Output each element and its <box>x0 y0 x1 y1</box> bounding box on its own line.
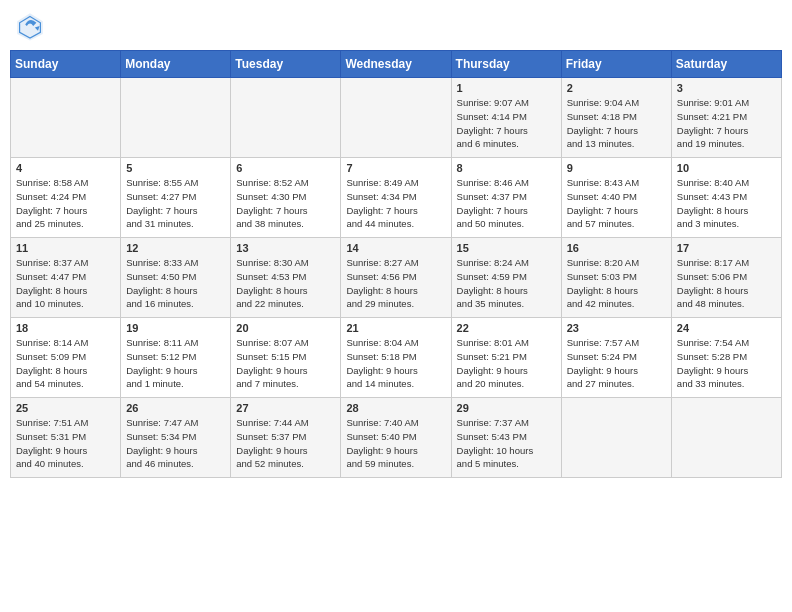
day-cell: 10Sunrise: 8:40 AM Sunset: 4:43 PM Dayli… <box>671 158 781 238</box>
day-info: Sunrise: 8:24 AM Sunset: 4:59 PM Dayligh… <box>457 256 556 311</box>
day-cell: 12Sunrise: 8:33 AM Sunset: 4:50 PM Dayli… <box>121 238 231 318</box>
day-cell: 15Sunrise: 8:24 AM Sunset: 4:59 PM Dayli… <box>451 238 561 318</box>
day-number: 26 <box>126 402 225 414</box>
day-info: Sunrise: 7:57 AM Sunset: 5:24 PM Dayligh… <box>567 336 666 391</box>
day-info: Sunrise: 9:07 AM Sunset: 4:14 PM Dayligh… <box>457 96 556 151</box>
day-number: 19 <box>126 322 225 334</box>
day-cell: 25Sunrise: 7:51 AM Sunset: 5:31 PM Dayli… <box>11 398 121 478</box>
day-cell: 29Sunrise: 7:37 AM Sunset: 5:43 PM Dayli… <box>451 398 561 478</box>
column-header-wednesday: Wednesday <box>341 51 451 78</box>
day-info: Sunrise: 8:43 AM Sunset: 4:40 PM Dayligh… <box>567 176 666 231</box>
day-number: 10 <box>677 162 776 174</box>
day-cell <box>11 78 121 158</box>
day-number: 3 <box>677 82 776 94</box>
day-number: 9 <box>567 162 666 174</box>
week-row-5: 25Sunrise: 7:51 AM Sunset: 5:31 PM Dayli… <box>11 398 782 478</box>
day-number: 18 <box>16 322 115 334</box>
day-cell: 6Sunrise: 8:52 AM Sunset: 4:30 PM Daylig… <box>231 158 341 238</box>
day-info: Sunrise: 7:40 AM Sunset: 5:40 PM Dayligh… <box>346 416 445 471</box>
column-header-sunday: Sunday <box>11 51 121 78</box>
day-info: Sunrise: 8:07 AM Sunset: 5:15 PM Dayligh… <box>236 336 335 391</box>
day-cell: 21Sunrise: 8:04 AM Sunset: 5:18 PM Dayli… <box>341 318 451 398</box>
day-info: Sunrise: 9:04 AM Sunset: 4:18 PM Dayligh… <box>567 96 666 151</box>
day-number: 24 <box>677 322 776 334</box>
day-cell: 5Sunrise: 8:55 AM Sunset: 4:27 PM Daylig… <box>121 158 231 238</box>
week-row-2: 4Sunrise: 8:58 AM Sunset: 4:24 PM Daylig… <box>11 158 782 238</box>
day-info: Sunrise: 8:17 AM Sunset: 5:06 PM Dayligh… <box>677 256 776 311</box>
day-cell: 3Sunrise: 9:01 AM Sunset: 4:21 PM Daylig… <box>671 78 781 158</box>
day-info: Sunrise: 7:54 AM Sunset: 5:28 PM Dayligh… <box>677 336 776 391</box>
column-header-friday: Friday <box>561 51 671 78</box>
day-info: Sunrise: 8:01 AM Sunset: 5:21 PM Dayligh… <box>457 336 556 391</box>
day-number: 2 <box>567 82 666 94</box>
page-header <box>10 10 782 42</box>
day-cell: 17Sunrise: 8:17 AM Sunset: 5:06 PM Dayli… <box>671 238 781 318</box>
calendar-table: SundayMondayTuesdayWednesdayThursdayFrid… <box>10 50 782 478</box>
day-info: Sunrise: 7:51 AM Sunset: 5:31 PM Dayligh… <box>16 416 115 471</box>
day-number: 1 <box>457 82 556 94</box>
column-header-monday: Monday <box>121 51 231 78</box>
day-cell: 19Sunrise: 8:11 AM Sunset: 5:12 PM Dayli… <box>121 318 231 398</box>
day-cell: 11Sunrise: 8:37 AM Sunset: 4:47 PM Dayli… <box>11 238 121 318</box>
day-cell: 24Sunrise: 7:54 AM Sunset: 5:28 PM Dayli… <box>671 318 781 398</box>
day-number: 20 <box>236 322 335 334</box>
day-info: Sunrise: 8:30 AM Sunset: 4:53 PM Dayligh… <box>236 256 335 311</box>
day-cell: 2Sunrise: 9:04 AM Sunset: 4:18 PM Daylig… <box>561 78 671 158</box>
week-row-3: 11Sunrise: 8:37 AM Sunset: 4:47 PM Dayli… <box>11 238 782 318</box>
day-number: 27 <box>236 402 335 414</box>
day-cell: 4Sunrise: 8:58 AM Sunset: 4:24 PM Daylig… <box>11 158 121 238</box>
day-number: 28 <box>346 402 445 414</box>
day-number: 12 <box>126 242 225 254</box>
day-info: Sunrise: 8:20 AM Sunset: 5:03 PM Dayligh… <box>567 256 666 311</box>
day-number: 4 <box>16 162 115 174</box>
logo-icon <box>14 10 46 42</box>
column-header-tuesday: Tuesday <box>231 51 341 78</box>
column-header-thursday: Thursday <box>451 51 561 78</box>
day-cell <box>231 78 341 158</box>
day-number: 5 <box>126 162 225 174</box>
day-cell: 27Sunrise: 7:44 AM Sunset: 5:37 PM Dayli… <box>231 398 341 478</box>
day-number: 21 <box>346 322 445 334</box>
day-number: 8 <box>457 162 556 174</box>
day-cell <box>671 398 781 478</box>
day-number: 7 <box>346 162 445 174</box>
day-info: Sunrise: 8:46 AM Sunset: 4:37 PM Dayligh… <box>457 176 556 231</box>
day-number: 13 <box>236 242 335 254</box>
day-number: 25 <box>16 402 115 414</box>
day-cell: 18Sunrise: 8:14 AM Sunset: 5:09 PM Dayli… <box>11 318 121 398</box>
day-info: Sunrise: 7:44 AM Sunset: 5:37 PM Dayligh… <box>236 416 335 471</box>
day-info: Sunrise: 8:40 AM Sunset: 4:43 PM Dayligh… <box>677 176 776 231</box>
day-info: Sunrise: 8:04 AM Sunset: 5:18 PM Dayligh… <box>346 336 445 391</box>
day-info: Sunrise: 8:55 AM Sunset: 4:27 PM Dayligh… <box>126 176 225 231</box>
day-info: Sunrise: 7:47 AM Sunset: 5:34 PM Dayligh… <box>126 416 225 471</box>
day-info: Sunrise: 8:52 AM Sunset: 4:30 PM Dayligh… <box>236 176 335 231</box>
day-cell: 28Sunrise: 7:40 AM Sunset: 5:40 PM Dayli… <box>341 398 451 478</box>
day-cell: 8Sunrise: 8:46 AM Sunset: 4:37 PM Daylig… <box>451 158 561 238</box>
day-cell <box>341 78 451 158</box>
week-row-1: 1Sunrise: 9:07 AM Sunset: 4:14 PM Daylig… <box>11 78 782 158</box>
day-number: 16 <box>567 242 666 254</box>
day-number: 11 <box>16 242 115 254</box>
day-cell: 13Sunrise: 8:30 AM Sunset: 4:53 PM Dayli… <box>231 238 341 318</box>
day-cell: 20Sunrise: 8:07 AM Sunset: 5:15 PM Dayli… <box>231 318 341 398</box>
day-cell: 23Sunrise: 7:57 AM Sunset: 5:24 PM Dayli… <box>561 318 671 398</box>
day-number: 14 <box>346 242 445 254</box>
day-info: Sunrise: 8:11 AM Sunset: 5:12 PM Dayligh… <box>126 336 225 391</box>
logo <box>14 10 50 42</box>
week-row-4: 18Sunrise: 8:14 AM Sunset: 5:09 PM Dayli… <box>11 318 782 398</box>
day-number: 22 <box>457 322 556 334</box>
day-info: Sunrise: 8:49 AM Sunset: 4:34 PM Dayligh… <box>346 176 445 231</box>
column-header-saturday: Saturday <box>671 51 781 78</box>
day-number: 17 <box>677 242 776 254</box>
day-cell: 26Sunrise: 7:47 AM Sunset: 5:34 PM Dayli… <box>121 398 231 478</box>
day-number: 29 <box>457 402 556 414</box>
day-cell: 14Sunrise: 8:27 AM Sunset: 4:56 PM Dayli… <box>341 238 451 318</box>
day-cell: 22Sunrise: 8:01 AM Sunset: 5:21 PM Dayli… <box>451 318 561 398</box>
day-number: 15 <box>457 242 556 254</box>
day-info: Sunrise: 8:33 AM Sunset: 4:50 PM Dayligh… <box>126 256 225 311</box>
header-row: SundayMondayTuesdayWednesdayThursdayFrid… <box>11 51 782 78</box>
day-info: Sunrise: 9:01 AM Sunset: 4:21 PM Dayligh… <box>677 96 776 151</box>
day-info: Sunrise: 8:14 AM Sunset: 5:09 PM Dayligh… <box>16 336 115 391</box>
day-info: Sunrise: 8:27 AM Sunset: 4:56 PM Dayligh… <box>346 256 445 311</box>
day-info: Sunrise: 8:37 AM Sunset: 4:47 PM Dayligh… <box>16 256 115 311</box>
